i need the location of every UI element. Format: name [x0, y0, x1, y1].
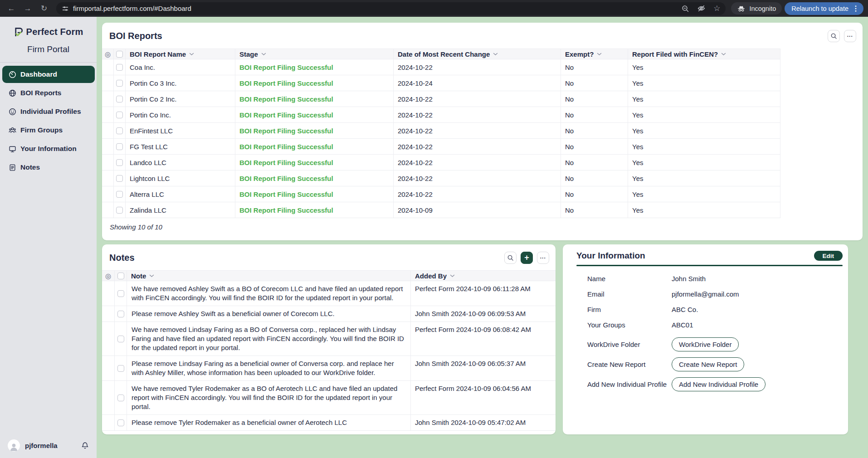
row-checkbox[interactable] — [117, 365, 124, 372]
sidebar-item-your-information[interactable]: Your Information — [2, 140, 95, 157]
add-note-button[interactable]: + — [521, 252, 533, 264]
site-controls-icon[interactable] — [62, 5, 69, 12]
sidebar-item-boi-reports[interactable]: BOI Reports — [2, 84, 95, 102]
edit-button[interactable]: Edit — [814, 251, 843, 261]
cell-note: Please remove Lindsay Faring as a benefi… — [127, 356, 411, 381]
cell-filed: Yes — [628, 75, 780, 91]
sidebar-item-firm-groups[interactable]: Firm Groups — [2, 122, 95, 139]
row-checkbox[interactable] — [116, 175, 123, 182]
list-item[interactable]: Please remove Tyler Rodemaker as a benef… — [102, 415, 556, 431]
field-label: WorkDrive Folder — [587, 341, 672, 348]
sidebar-item-label: Notes — [20, 163, 40, 171]
field-label: Create New Report — [587, 361, 672, 368]
list-item[interactable]: We have removed Lindsay Faring as a BO o… — [102, 322, 556, 356]
sidebar: Perfect Form Firm Portal Dashboard BOI R… — [0, 17, 97, 458]
sidebar-item-notes[interactable]: Notes — [2, 159, 95, 176]
table-row[interactable]: Coa Inc. BOI Report Filing Successful 20… — [102, 59, 780, 75]
title-underline — [576, 265, 843, 266]
field-value: pjformella@gmail.com — [672, 290, 739, 298]
cell-added-by: Perfect Form 2024-10-09 06:11:28 AM — [411, 281, 556, 306]
row-checkbox[interactable] — [116, 143, 123, 150]
table-row[interactable]: Portin Co 2 Inc. BOI Report Filing Succe… — [102, 91, 780, 107]
row-checkbox[interactable] — [116, 96, 123, 102]
table-row[interactable]: Landco LLC BOI Report Filing Successful … — [102, 155, 780, 171]
sidebar-item-individual-profiles[interactable]: Individual Profiles — [2, 103, 95, 120]
column-header-stage[interactable]: Stage — [235, 49, 394, 59]
url-text[interactable]: firmportal.perfectform.com/#Dashboard — [73, 5, 191, 12]
row-checkbox[interactable] — [116, 207, 123, 214]
cell-date: 2024-10-22 — [394, 91, 561, 107]
row-checkbox[interactable] — [116, 64, 123, 71]
row-checkbox[interactable] — [117, 395, 124, 401]
table-row[interactable]: Portin Co 3 Inc. BOI Report Filing Succe… — [102, 75, 780, 91]
add-new-individual-profile-button[interactable]: Add New Individual Profile — [672, 377, 766, 391]
notes-search-button[interactable] — [504, 252, 517, 264]
boi-search-button[interactable] — [828, 30, 840, 42]
notes-more-button[interactable]: ••• — [537, 252, 549, 264]
bookmark-star-icon[interactable]: ☆ — [713, 5, 720, 12]
column-header-added-by[interactable]: Added By — [411, 270, 556, 281]
field-label: Firm — [587, 306, 672, 313]
browser-menu-icon[interactable]: ⋮ — [852, 5, 859, 12]
list-item[interactable]: Please remove Lindsay Faring as a benefi… — [102, 356, 556, 381]
zoom-out-icon[interactable] — [681, 5, 689, 13]
sort-chevron-icon — [493, 53, 498, 56]
cell-exempt: No — [561, 91, 628, 107]
boi-table-header: ◎ BOI Report Name Stage Date of Most Rec… — [102, 49, 780, 59]
address-bar[interactable]: firmportal.perfectform.com/#Dashboard ☆ — [56, 2, 726, 15]
cell-date: 2024-10-22 — [394, 139, 561, 155]
row-checkbox[interactable] — [116, 159, 123, 166]
cell-report-name: Portin Co 3 Inc. — [126, 75, 235, 91]
workdrive-folder-button[interactable]: WorkDrive Folder — [672, 337, 739, 351]
column-header-report-name[interactable]: BOI Report Name — [126, 49, 235, 59]
user-chip[interactable]: pjformella — [0, 439, 97, 452]
brand-name: Perfect Form — [26, 27, 83, 37]
column-header-exempt[interactable]: Exempt? — [561, 49, 628, 59]
eye-off-icon[interactable] — [697, 4, 706, 13]
list-item[interactable]: We have removed Ashley Swift as a BO of … — [102, 281, 556, 306]
globe-icon — [8, 89, 16, 97]
list-item[interactable]: Please remove Ashley Swift as a benefici… — [102, 306, 556, 322]
table-row[interactable]: Alterra LLC BOI Report Filing Successful… — [102, 186, 780, 202]
notes-panel: Notes + ••• ◎ Note Added By — [102, 244, 556, 434]
column-header-date[interactable]: Date of Most Recent Change — [394, 49, 561, 59]
sort-chevron-icon — [189, 53, 194, 56]
table-row[interactable]: Zalinda LLC BOI Report Filing Successful… — [102, 202, 780, 218]
cell-report-name: FG Test LLC — [126, 139, 235, 155]
sidebar-item-dashboard[interactable]: Dashboard — [2, 66, 95, 83]
table-row[interactable]: EnFintest LLC BOI Report Filing Successf… — [102, 123, 780, 139]
row-checkbox[interactable] — [116, 127, 123, 134]
row-checkbox[interactable] — [117, 290, 124, 297]
cell-filed: Yes — [628, 59, 780, 75]
select-all-target-icon[interactable]: ◎ — [105, 273, 111, 279]
row-checkbox[interactable] — [117, 419, 124, 426]
column-header-note[interactable]: Note — [127, 270, 411, 281]
list-item[interactable]: We have removed Tyler Rodemaker as a BO … — [102, 381, 556, 415]
ellipsis-icon: ••• — [540, 256, 546, 260]
row-checkbox[interactable] — [116, 112, 123, 118]
notifications-bell-icon[interactable] — [81, 442, 89, 449]
sort-chevron-icon — [149, 274, 154, 278]
table-row[interactable]: Lightcon LLC BOI Report Filing Successfu… — [102, 171, 780, 186]
cell-report-name: Lightcon LLC — [126, 171, 235, 186]
browser-back-icon[interactable]: ← — [5, 2, 18, 15]
select-all-target-icon[interactable]: ◎ — [105, 51, 111, 58]
browser-reload-icon[interactable]: ↻ — [37, 2, 51, 15]
boi-more-button[interactable]: ••• — [844, 30, 856, 42]
field-label: Your Groups — [587, 321, 672, 329]
select-all-checkbox[interactable] — [116, 51, 123, 58]
row-checkbox[interactable] — [116, 191, 123, 198]
select-all-checkbox[interactable] — [117, 273, 124, 279]
sidebar-item-label: BOI Reports — [20, 89, 61, 97]
row-checkbox[interactable] — [117, 336, 124, 342]
table-row[interactable]: FG Test LLC BOI Report Filing Successful… — [102, 139, 780, 155]
row-checkbox[interactable] — [117, 311, 124, 317]
relaunch-to-update-button[interactable]: Relaunch to update ⋮ — [785, 2, 863, 15]
row-checkbox[interactable] — [116, 80, 123, 87]
column-header-filed[interactable]: Report Filed with FinCEN? — [628, 49, 780, 59]
dashboard-gauge-icon — [8, 71, 16, 78]
create-new-report-button[interactable]: Create New Report — [672, 357, 744, 371]
sidebar-item-label: Dashboard — [20, 70, 57, 78]
browser-forward-icon[interactable]: → — [21, 2, 34, 15]
table-row[interactable]: Portin Co Inc. BOI Report Filing Success… — [102, 107, 780, 123]
